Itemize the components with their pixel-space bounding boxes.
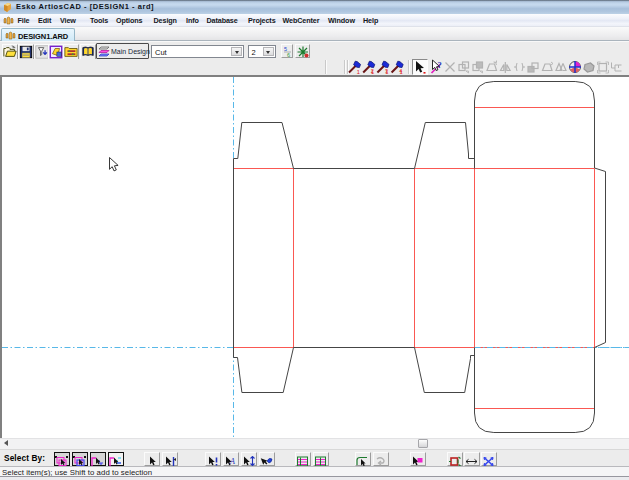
svg-text:A: A <box>229 457 235 466</box>
svg-text:6: 6 <box>287 52 290 58</box>
svg-text:?: ? <box>437 60 441 70</box>
svg-text:2: 2 <box>371 68 374 74</box>
svg-text:3: 3 <box>385 68 388 74</box>
svg-text:4: 4 <box>399 68 402 74</box>
svg-text:1: 1 <box>357 69 360 74</box>
